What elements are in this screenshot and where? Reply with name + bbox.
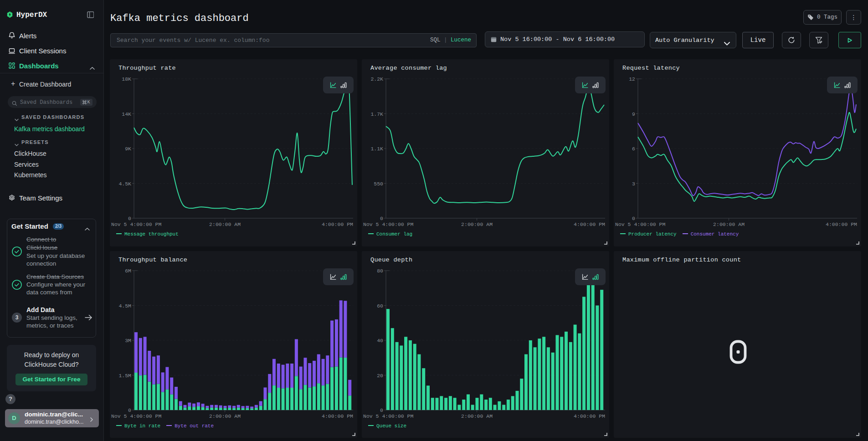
- svg-text:1.1K: 1.1K: [370, 146, 383, 152]
- svg-text:9K: 9K: [125, 146, 131, 152]
- svg-text:0: 0: [632, 215, 635, 221]
- svg-text:4.5M: 4.5M: [118, 303, 131, 309]
- svg-text:2:00:00 AM: 2:00:00 AM: [209, 221, 241, 227]
- svg-text:2:00:00 AM: 2:00:00 AM: [713, 221, 745, 227]
- svg-text:Nov 5 4:00:00 PM: Nov 5 4:00:00 PM: [363, 413, 414, 419]
- svg-text:Nov 5 4:00:00 PM: Nov 5 4:00:00 PM: [615, 221, 666, 227]
- svg-text:Nov 5 4:00:00 PM: Nov 5 4:00:00 PM: [363, 221, 414, 227]
- svg-text:0: 0: [128, 215, 131, 221]
- svg-text:4:00:00 PM: 4:00:00 PM: [826, 221, 857, 227]
- svg-text:0: 0: [380, 407, 383, 413]
- svg-text:4:00:00 PM: 4:00:00 PM: [574, 413, 605, 419]
- svg-text:12: 12: [629, 76, 635, 82]
- svg-text:2:00:00 AM: 2:00:00 AM: [209, 413, 241, 419]
- svg-text:20: 20: [377, 373, 383, 379]
- svg-text:2.2K: 2.2K: [370, 76, 383, 82]
- svg-text:Nov 5 4:00:00 PM: Nov 5 4:00:00 PM: [111, 413, 162, 419]
- svg-text:0: 0: [128, 407, 131, 413]
- svg-text:550: 550: [374, 181, 383, 187]
- svg-text:3: 3: [632, 181, 635, 187]
- svg-text:9: 9: [632, 111, 635, 117]
- svg-text:40: 40: [377, 338, 383, 344]
- svg-text:6M: 6M: [125, 268, 131, 274]
- svg-text:Nov 5 4:00:00 PM: Nov 5 4:00:00 PM: [111, 221, 162, 227]
- svg-text:80: 80: [377, 268, 383, 274]
- svg-text:14K: 14K: [122, 111, 131, 117]
- svg-text:4:00:00 PM: 4:00:00 PM: [322, 221, 353, 227]
- svg-text:4.5K: 4.5K: [118, 181, 131, 187]
- svg-text:6: 6: [632, 146, 635, 152]
- svg-text:2:00:00 AM: 2:00:00 AM: [461, 221, 493, 227]
- svg-text:18K: 18K: [122, 76, 131, 82]
- svg-text:1.5M: 1.5M: [118, 373, 131, 379]
- svg-text:1.7K: 1.7K: [370, 111, 383, 117]
- svg-text:60: 60: [377, 303, 383, 309]
- svg-text:2:00:00 AM: 2:00:00 AM: [461, 413, 493, 419]
- svg-text:3M: 3M: [125, 338, 131, 344]
- svg-text:0: 0: [380, 215, 383, 221]
- svg-text:4:00:00 PM: 4:00:00 PM: [574, 221, 605, 227]
- svg-text:4:00:00 PM: 4:00:00 PM: [322, 413, 353, 419]
